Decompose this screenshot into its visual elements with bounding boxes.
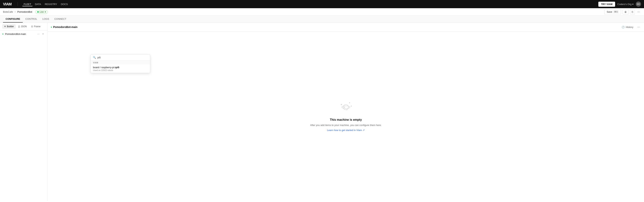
get-started-link-text: Learn how to get started in Viam	[327, 129, 362, 132]
empty-state-subtitle: After you add items to your machine, you…	[310, 124, 382, 126]
save-button[interactable]: Save ⌘S	[604, 9, 621, 14]
search-dropdown: 🔍 VIAM board / raspberry-pi:rpi5 Used on…	[90, 54, 150, 73]
breadcrumb-current: PomodoroBot	[17, 10, 32, 13]
builder-icon: ✕	[4, 25, 6, 28]
content-area: ● PomodoroBot-main 🕐 History ··· ✦ ✦ ✦ ✦…	[48, 23, 644, 201]
viam-logo: VIAM	[3, 2, 12, 6]
nav-docs[interactable]: DOCS	[59, 2, 69, 6]
tab-connect[interactable]: CONNECT	[52, 16, 69, 22]
breadcrumb-actions: Save ⌘S 🖥 ⎘ ···	[604, 9, 641, 14]
builder-label: Builder	[7, 25, 14, 28]
sidebar-tools: ✕ Builder {} JSON ⊡ Frame	[0, 23, 48, 30]
json-tool-button[interactable]: {} JSON	[16, 24, 28, 29]
dropdown-item-rpi5[interactable]: board / raspberry-pi:rpi5 Used on 22922 …	[91, 64, 150, 73]
history-icon: 🕐	[622, 26, 624, 28]
try-viam-button[interactable]: TRY VIAM	[598, 2, 615, 7]
sidebar: ✕ Builder {} JSON ⊡ Frame ● PomodoroBot-…	[0, 23, 48, 201]
sidebar-item-actions: ··· ＋	[36, 32, 45, 36]
breadcrumb-separator: >	[14, 10, 16, 13]
sidebar-item-label: PomodoroBot-main	[5, 32, 35, 36]
avatar[interactable]: CC	[636, 2, 641, 7]
live-dot	[37, 11, 39, 13]
nav-data[interactable]: DATA	[33, 2, 42, 6]
history-button[interactable]: 🕐 History	[620, 25, 635, 29]
chevron-down-icon: ▾	[632, 3, 634, 6]
content-title: ● PomodoroBot-main	[51, 26, 619, 28]
monitor-icon-button[interactable]: 🖥	[622, 9, 628, 14]
tab-configure[interactable]: CONFIGURE	[3, 16, 23, 22]
frame-tool-button[interactable]: ⊡ Frame	[29, 24, 42, 29]
get-started-link[interactable]: Learn how to get started in Viam ↗	[327, 129, 365, 132]
main-layout: ✕ Builder {} JSON ⊡ Frame ● PomodoroBot-…	[0, 23, 644, 201]
sidebar-item-pomodorobot[interactable]: ● PomodoroBot-main ··· ＋	[0, 30, 48, 38]
nav-right: TRY VIAM Coders's Org ▾ CC	[598, 2, 641, 7]
save-shortcut: ⌘S	[613, 10, 618, 13]
breadcrumb-parent[interactable]: BotsCafe	[3, 10, 13, 13]
more-options-button[interactable]: ···	[636, 10, 641, 14]
nav-fleet[interactable]: FLEET	[22, 2, 32, 6]
top-nav: VIAM FLEET DATA REGISTRY DOCS TRY VIAM C…	[0, 0, 644, 8]
json-label: JSON	[21, 25, 27, 28]
sidebar-item-more-button[interactable]: ···	[36, 32, 40, 36]
svg-point-6	[342, 106, 350, 108]
dropdown-item-subtitle: Used on 22922 robots	[93, 69, 148, 71]
content-title-text: PomodoroBot-main	[53, 26, 78, 28]
dropdown-item-title: board / raspberry-pi:rpi5	[93, 66, 148, 69]
copy-icon-button[interactable]: ⎘	[630, 9, 635, 14]
live-badge[interactable]: Live ▾	[35, 10, 48, 14]
frame-label: Frame	[34, 25, 40, 28]
content-header: ● PomodoroBot-main 🕐 History ···	[48, 23, 644, 32]
breadcrumb-bar: BotsCafe > PomodoroBot Live ▾ Save ⌘S 🖥 …	[0, 8, 644, 16]
builder-tool-button[interactable]: ✕ Builder	[2, 24, 16, 29]
svg-text:✦: ✦	[350, 105, 352, 107]
nav-links: FLEET DATA REGISTRY DOCS	[22, 2, 69, 6]
frame-icon: ⊡	[31, 25, 33, 28]
tabs-bar: CONFIGURE CONTROL LOGS CONNECT	[0, 16, 644, 23]
external-link-icon: ↗	[362, 129, 365, 132]
nav-divider	[18, 2, 18, 6]
content-title-icon: ●	[51, 26, 52, 28]
dropdown-search-icon: 🔍	[93, 56, 96, 59]
org-selector[interactable]: Coders's Org ▾	[617, 3, 634, 6]
dropdown-search-wrap: 🔍	[91, 54, 150, 60]
sidebar-item-add-button[interactable]: ＋	[41, 32, 45, 36]
robot-status-icon: ●	[2, 32, 4, 35]
save-label: Save	[607, 10, 612, 13]
json-icon: {}	[18, 25, 20, 28]
live-chevron-icon: ▾	[45, 10, 46, 13]
dropdown-item-title-highlight: rpi5	[115, 66, 119, 69]
tab-logs[interactable]: LOGS	[40, 16, 52, 22]
history-label: History	[626, 26, 633, 28]
empty-illustration: ✦ ✦ ✦ ✦ ✦	[338, 101, 353, 114]
svg-text:✦: ✦	[344, 106, 345, 108]
svg-text:✦: ✦	[349, 102, 350, 104]
live-label: Live	[40, 10, 44, 13]
content-more-button[interactable]: ···	[636, 24, 641, 30]
nav-registry[interactable]: REGISTRY	[43, 2, 58, 6]
org-name: Coders's Org	[617, 3, 632, 6]
empty-state-title: This machine is empty	[330, 118, 362, 122]
dropdown-search-input[interactable]	[98, 56, 148, 59]
tab-control[interactable]: CONTROL	[23, 16, 40, 22]
svg-text:✦: ✦	[340, 103, 342, 106]
dropdown-section-header: VIAM	[91, 60, 150, 64]
